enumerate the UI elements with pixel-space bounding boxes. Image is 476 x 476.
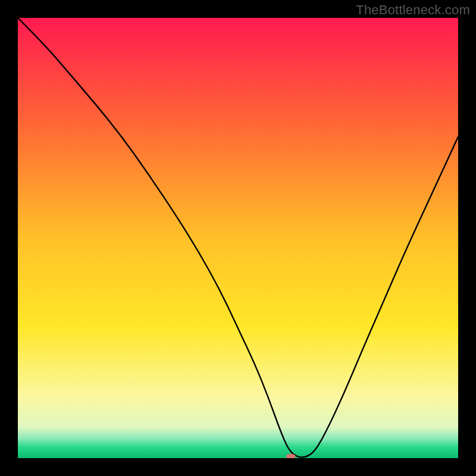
plot-area [18,18,458,458]
bottleneck-chart [18,18,458,458]
chart-frame: TheBottleneck.com [0,0,476,476]
gradient-background [18,18,458,458]
watermark-text: TheBottleneck.com [356,2,470,18]
